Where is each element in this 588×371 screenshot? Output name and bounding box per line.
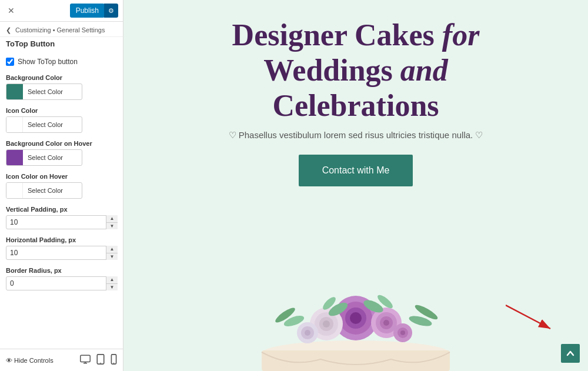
back-arrow[interactable]: ❮ xyxy=(6,26,11,34)
title-line1: Designer Cakes xyxy=(232,18,442,52)
bg-hover-color-label: Background Color on Hover xyxy=(6,140,117,147)
title-italic2: and xyxy=(400,54,448,87)
horiz-padding-up[interactable]: ▲ xyxy=(106,246,118,253)
icon-hover-color-label: Icon Color on Hover xyxy=(6,173,117,180)
bg-color-group: Background Color Select Color xyxy=(6,74,117,100)
bottom-bar: 👁 Hide Controls xyxy=(0,349,123,371)
border-radius-label: Border Radius, px xyxy=(6,267,117,274)
tablet-icon xyxy=(96,354,105,365)
title-line3: Celebrations xyxy=(272,89,439,122)
icon-hover-color-swatch xyxy=(6,183,23,198)
horiz-padding-wrap: 10 ▲ ▼ xyxy=(6,246,118,260)
border-radius-wrap: 0 ▲ ▼ xyxy=(6,276,118,290)
cake-svg xyxy=(244,230,467,371)
arrow-svg xyxy=(506,299,559,335)
vert-padding-spinners: ▲ ▼ xyxy=(106,215,118,229)
gear-button[interactable]: ⚙ xyxy=(104,4,118,18)
vert-padding-label: Vertical Padding, px xyxy=(6,206,117,213)
svg-rect-8 xyxy=(262,350,450,371)
title-italic1: for xyxy=(442,18,480,52)
svg-line-36 xyxy=(506,305,550,329)
flower-illustration xyxy=(244,230,467,371)
svg-point-26 xyxy=(400,330,405,335)
bg-hover-color-swatch xyxy=(6,150,23,165)
bg-hover-color-button[interactable]: Select Color xyxy=(6,149,82,166)
hide-controls-button[interactable]: 👁 Hide Controls xyxy=(6,357,54,364)
svg-rect-0 xyxy=(81,355,91,362)
chevron-up-icon xyxy=(566,349,574,357)
vert-padding-group: Vertical Padding, px 10 ▲ ▼ xyxy=(6,206,117,229)
show-totop-checkbox[interactable] xyxy=(6,58,14,66)
bg-color-button[interactable]: Select Color xyxy=(6,83,82,100)
eye-icon: 👁 xyxy=(6,357,12,364)
icon-hover-color-button[interactable]: Select Color xyxy=(6,182,82,199)
horiz-padding-spinners: ▲ ▼ xyxy=(106,246,118,260)
icon-hover-color-group: Icon Color on Hover Select Color xyxy=(6,173,117,199)
horiz-padding-group: Horizontal Padding, px 10 ▲ ▼ xyxy=(6,236,117,260)
customizer-panel: ✕ Publish ⚙ ❮ Customizing • General Sett… xyxy=(0,0,123,371)
top-bar: ✕ Publish ⚙ xyxy=(0,0,123,22)
preview-area: Designer Cakes for Weddings and Celebrat… xyxy=(123,0,588,371)
svg-point-4 xyxy=(100,363,101,364)
icon-color-select-label: Select Color xyxy=(23,121,68,128)
phone-icon xyxy=(111,354,117,365)
border-radius-down[interactable]: ▼ xyxy=(106,284,118,291)
monitor-button[interactable] xyxy=(80,354,91,366)
breadcrumb: ❮ Customizing • General Settings xyxy=(0,22,123,37)
icon-color-group: Icon Color Select Color xyxy=(6,107,117,133)
icon-color-button[interactable]: Select Color xyxy=(6,116,82,133)
bg-color-select-label: Select Color xyxy=(23,88,68,95)
vert-padding-up[interactable]: ▲ xyxy=(106,215,118,223)
bg-hover-select-label: Select Color xyxy=(23,154,68,161)
horiz-padding-input[interactable]: 10 xyxy=(6,246,118,260)
icon-color-label: Icon Color xyxy=(6,107,117,114)
horiz-padding-label: Horizontal Padding, px xyxy=(6,236,117,243)
border-radius-up[interactable]: ▲ xyxy=(106,276,118,284)
bg-hover-color-group: Background Color on Hover Select Color xyxy=(6,140,117,166)
svg-point-6 xyxy=(113,363,115,364)
breadcrumb-path: Customizing • General Settings xyxy=(15,26,105,34)
show-totop-label[interactable]: Show ToTop button xyxy=(18,58,78,66)
bg-color-swatch xyxy=(6,84,23,99)
phone-button[interactable] xyxy=(111,354,117,366)
title-line2: Weddings xyxy=(263,54,400,87)
icon-color-swatch xyxy=(6,117,23,132)
publish-button[interactable]: Publish xyxy=(70,4,105,18)
svg-point-20 xyxy=(383,320,389,326)
vert-padding-down[interactable]: ▼ xyxy=(106,223,118,230)
preview-hero: Designer Cakes for Weddings and Celebrat… xyxy=(205,0,507,198)
bg-color-label: Background Color xyxy=(6,74,117,81)
vert-padding-wrap: 10 ▲ ▼ xyxy=(6,215,118,229)
totop-button[interactable] xyxy=(561,344,580,363)
device-icons xyxy=(80,354,117,366)
svg-point-23 xyxy=(305,330,310,336)
svg-point-12 xyxy=(350,312,362,324)
preview-title: Designer Cakes for Weddings and Celebrat… xyxy=(229,18,483,123)
border-radius-input[interactable]: 0 xyxy=(6,276,118,290)
close-button[interactable]: ✕ xyxy=(5,5,18,16)
show-totop-row: Show ToTop button xyxy=(6,58,117,66)
horiz-padding-down[interactable]: ▼ xyxy=(106,253,118,260)
icon-hover-select-label: Select Color xyxy=(23,187,68,194)
monitor-icon xyxy=(80,355,91,364)
panel-content: Show ToTop button Background Color Selec… xyxy=(0,53,123,349)
tablet-button[interactable] xyxy=(96,354,105,366)
svg-point-16 xyxy=(323,320,330,327)
border-radius-group: Border Radius, px 0 ▲ ▼ xyxy=(6,267,117,290)
preview-subtitle: ♡ Phasellus vestibulum lorem sed risus u… xyxy=(229,130,483,141)
hide-controls-label: Hide Controls xyxy=(14,357,54,364)
red-arrow xyxy=(506,299,559,337)
section-title: ToTop Button xyxy=(0,37,123,53)
vert-padding-input[interactable]: 10 xyxy=(6,215,118,229)
border-radius-spinners: ▲ ▼ xyxy=(106,276,118,290)
contact-button[interactable]: Contact with Me xyxy=(299,155,413,186)
